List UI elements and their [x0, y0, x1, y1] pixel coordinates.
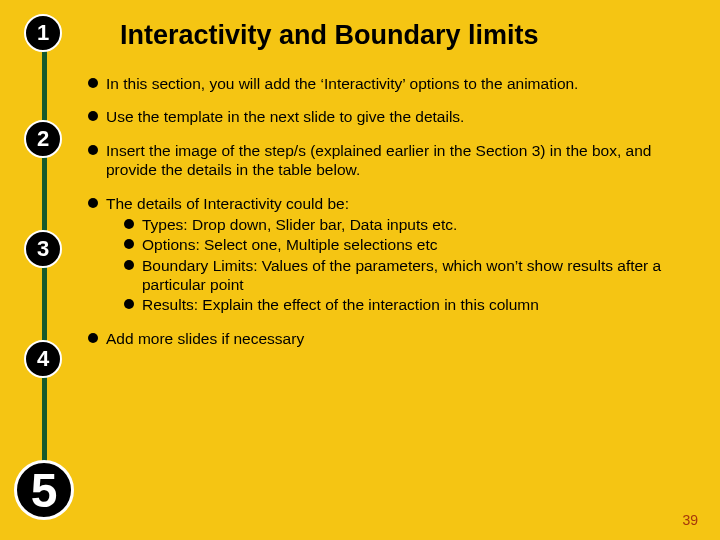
stepper: 1 2 3 4 5 — [14, 10, 74, 530]
bullet-text: The details of Interactivity could be: — [106, 195, 349, 212]
slide-title: Interactivity and Boundary limits — [120, 20, 539, 51]
sub-item: Options: Select one, Multiple selections… — [124, 235, 698, 254]
step-1: 1 — [24, 14, 62, 52]
step-4: 4 — [24, 340, 62, 378]
bullet-item: In this section, you will add the ‘Inter… — [88, 74, 698, 93]
sub-item: Results: Explain the effect of the inter… — [124, 295, 698, 314]
bullet-item: Use the template in the next slide to gi… — [88, 107, 698, 126]
step-5-current: 5 — [14, 460, 74, 520]
step-3: 3 — [24, 230, 62, 268]
sub-item: Types: Drop down, Slider bar, Data input… — [124, 215, 698, 234]
slide-content: In this section, you will add the ‘Inter… — [88, 74, 698, 362]
sub-list: Types: Drop down, Slider bar, Data input… — [106, 215, 698, 315]
bullet-item: Add more slides if necessary — [88, 329, 698, 348]
sub-item: Boundary Limits: Values of the parameter… — [124, 256, 698, 295]
page-number: 39 — [682, 512, 698, 528]
bullet-item: Insert the image of the step/s (explaine… — [88, 141, 698, 180]
step-2: 2 — [24, 120, 62, 158]
bullet-item: The details of Interactivity could be: T… — [88, 194, 698, 315]
